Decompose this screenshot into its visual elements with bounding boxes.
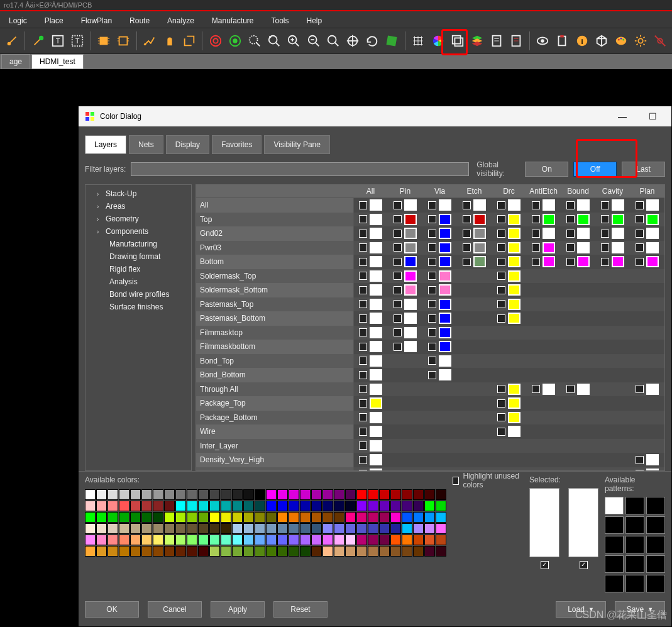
doc-tab[interactable]: HDMI_test bbox=[31, 54, 84, 69]
palette-color[interactable] bbox=[164, 535, 175, 545]
palette-color[interactable] bbox=[424, 489, 435, 500]
layer-color-swatch[interactable] bbox=[646, 384, 659, 395]
layer-visibility-checkbox[interactable] bbox=[428, 343, 436, 351]
palette-color[interactable] bbox=[413, 535, 424, 545]
palette-color[interactable] bbox=[221, 535, 231, 545]
pattern-cross1[interactable] bbox=[646, 536, 665, 553]
palette-color[interactable] bbox=[119, 535, 129, 545]
palette-color[interactable] bbox=[221, 512, 231, 523]
refresh-icon[interactable] bbox=[363, 31, 382, 50]
layer-color-swatch[interactable] bbox=[612, 199, 624, 211]
palette-icon[interactable] bbox=[612, 31, 630, 50]
layer-visibility-checkbox[interactable] bbox=[359, 343, 367, 351]
palette-color[interactable] bbox=[300, 489, 311, 500]
zoom-cursor-icon[interactable] bbox=[265, 31, 284, 50]
palette-color[interactable] bbox=[85, 523, 96, 534]
palette-color[interactable] bbox=[311, 535, 322, 545]
layer-visibility-checkbox[interactable] bbox=[566, 385, 575, 393]
layer-color-swatch[interactable] bbox=[473, 214, 486, 225]
palette-color[interactable] bbox=[402, 546, 412, 557]
palette-color[interactable] bbox=[153, 523, 163, 534]
layer-color-swatch[interactable] bbox=[612, 242, 624, 253]
layer-color-swatch[interactable] bbox=[473, 256, 486, 267]
palette-color[interactable] bbox=[311, 546, 322, 557]
layer-color-swatch[interactable] bbox=[404, 214, 417, 225]
palette-color[interactable] bbox=[187, 546, 197, 557]
layer-visibility-checkbox[interactable] bbox=[463, 215, 471, 223]
layer-visibility-checkbox[interactable] bbox=[428, 286, 436, 294]
palette-color[interactable] bbox=[402, 523, 412, 534]
col-header[interactable]: Drc bbox=[492, 185, 526, 198]
chip1-icon[interactable] bbox=[95, 31, 113, 50]
layer-visibility-checkbox[interactable] bbox=[497, 300, 505, 308]
palette-color[interactable] bbox=[175, 523, 186, 534]
info-icon[interactable]: i bbox=[573, 31, 591, 50]
palette-color[interactable] bbox=[345, 546, 356, 557]
palette-color[interactable] bbox=[311, 489, 322, 500]
layer-visibility-checkbox[interactable] bbox=[359, 230, 367, 238]
palette-color[interactable] bbox=[119, 512, 129, 523]
palette-color[interactable] bbox=[424, 523, 435, 534]
layer-visibility-checkbox[interactable] bbox=[428, 357, 436, 365]
layer-visibility-checkbox[interactable] bbox=[601, 230, 609, 238]
doc1-icon[interactable] bbox=[487, 31, 505, 50]
palette-color[interactable] bbox=[96, 501, 107, 511]
pattern-dots3[interactable] bbox=[646, 516, 665, 534]
col-header[interactable]: Via bbox=[422, 185, 457, 198]
layer-color-swatch[interactable] bbox=[404, 199, 417, 211]
dialog-tab-layers[interactable]: Layers bbox=[85, 135, 126, 154]
palette-color[interactable] bbox=[107, 489, 118, 500]
palette-color[interactable] bbox=[232, 501, 243, 511]
layer-visibility-checkbox[interactable] bbox=[601, 201, 609, 209]
row-header[interactable]: Pastemask_Top bbox=[196, 297, 353, 312]
palette-color[interactable] bbox=[209, 535, 220, 545]
palette-color[interactable] bbox=[232, 489, 243, 500]
palette-color[interactable] bbox=[130, 523, 141, 534]
palette-color[interactable] bbox=[322, 523, 333, 534]
layer-visibility-checkbox[interactable] bbox=[636, 456, 644, 464]
chip2-icon[interactable] bbox=[114, 31, 133, 50]
pattern-diag1[interactable] bbox=[625, 497, 644, 514]
layer-visibility-checkbox[interactable] bbox=[428, 201, 436, 209]
palette-color[interactable] bbox=[345, 523, 356, 534]
layer-visibility-checkbox[interactable] bbox=[636, 258, 644, 266]
palette-color[interactable] bbox=[368, 535, 378, 545]
layer-color-swatch[interactable] bbox=[370, 397, 382, 409]
filter-input[interactable] bbox=[131, 162, 469, 176]
layer-visibility-checkbox[interactable] bbox=[497, 243, 505, 252]
tree-item[interactable]: Manufacturing bbox=[88, 238, 189, 250]
tree-item[interactable]: Rigid flex bbox=[88, 263, 189, 275]
palette-color[interactable] bbox=[255, 489, 265, 500]
palette-color[interactable] bbox=[232, 512, 243, 523]
layer-color-swatch[interactable] bbox=[543, 199, 555, 211]
selected-check-2[interactable] bbox=[580, 561, 588, 569]
layer-color-swatch[interactable] bbox=[612, 228, 624, 239]
layer-visibility-checkbox[interactable] bbox=[359, 413, 367, 421]
target2-icon[interactable] bbox=[226, 31, 244, 50]
palette-color[interactable] bbox=[436, 523, 446, 534]
add-icon[interactable] bbox=[29, 31, 47, 50]
palette-color[interactable] bbox=[164, 501, 175, 511]
palette-color[interactable] bbox=[436, 489, 446, 500]
palette-color[interactable] bbox=[198, 489, 209, 500]
palette-color[interactable] bbox=[175, 512, 186, 523]
layer-color-swatch[interactable] bbox=[370, 454, 382, 465]
palette-color[interactable] bbox=[198, 501, 209, 511]
minimize-button[interactable]: — bbox=[610, 110, 635, 123]
menu-place[interactable]: Place bbox=[36, 13, 72, 26]
layer-color-swatch[interactable] bbox=[439, 355, 451, 367]
crosshair-icon[interactable] bbox=[343, 31, 361, 50]
palette-color[interactable] bbox=[424, 546, 435, 557]
dialog-tab-favorites[interactable]: Favorites bbox=[212, 135, 262, 154]
layer-visibility-checkbox[interactable] bbox=[497, 258, 505, 266]
palette-color[interactable] bbox=[96, 523, 107, 534]
layer-color-swatch[interactable] bbox=[370, 369, 382, 380]
palette-color[interactable] bbox=[368, 512, 378, 523]
layer-visibility-checkbox[interactable] bbox=[359, 243, 367, 252]
layer-color-swatch[interactable] bbox=[439, 199, 451, 211]
palette-color[interactable] bbox=[413, 501, 424, 511]
palette-color[interactable] bbox=[255, 535, 265, 545]
pattern-diag4[interactable] bbox=[605, 575, 624, 592]
layer-visibility-checkbox[interactable] bbox=[497, 201, 505, 209]
palette-color[interactable] bbox=[107, 512, 118, 523]
